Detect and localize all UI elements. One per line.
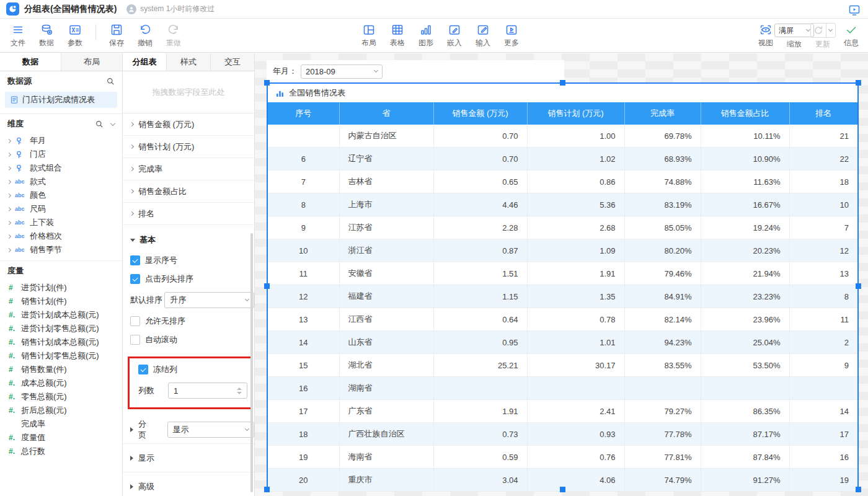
layout-button[interactable]: 布局 xyxy=(355,22,383,46)
expand-chevron-icon[interactable] xyxy=(130,122,134,126)
selection-handle[interactable] xyxy=(264,283,270,289)
tab-interaction[interactable]: 交互 xyxy=(210,53,254,71)
dimension-item[interactable]: abc上下装 xyxy=(0,216,122,229)
month-filter-select[interactable]: 2018-09 xyxy=(301,64,383,79)
selection-handle[interactable] xyxy=(856,283,861,289)
expand-chevron-icon[interactable] xyxy=(7,138,11,143)
file-button[interactable]: 文件 xyxy=(4,22,32,46)
expand-chevron-icon[interactable] xyxy=(7,166,11,170)
search-icon[interactable] xyxy=(95,120,104,128)
field-row[interactable]: 销售金额占比 xyxy=(123,180,254,203)
data-button[interactable]: 数据 xyxy=(32,22,61,46)
table-widget[interactable]: 全国销售情况表 序号省销售金额 (万元)销售计划 (万元)完成率销售金额占比排名… xyxy=(267,82,859,490)
update-dropdown[interactable] xyxy=(826,24,835,37)
tab-grouped-table[interactable]: 分组表 xyxy=(123,53,166,71)
sort-order-select[interactable]: 升序 xyxy=(164,292,254,308)
dimension-item[interactable]: abc尺码 xyxy=(0,202,122,216)
section-显示[interactable]: 显示 xyxy=(123,443,254,472)
params-button[interactable]: 参数 xyxy=(61,22,89,46)
field-dropzone[interactable]: 拖拽数据字段至此处 xyxy=(123,71,254,113)
measure-item[interactable]: #.零售总额(元) xyxy=(0,390,122,404)
column-header-销售金额 (万元)[interactable]: 销售金额 (万元) xyxy=(433,102,527,125)
measure-item[interactable]: #.销售计划零售总额(元) xyxy=(0,349,122,363)
chevron-down-icon[interactable] xyxy=(110,120,115,125)
expand-chevron-icon[interactable] xyxy=(7,152,11,156)
paging-select[interactable]: 显示 xyxy=(167,422,254,438)
panel-scrollbar[interactable] xyxy=(250,233,253,492)
column-header-销售计划 (万元)[interactable]: 销售计划 (万元) xyxy=(527,102,624,125)
measure-item[interactable]: #.折后总额(元) xyxy=(0,404,122,417)
dimension-item[interactable]: 款式组合 xyxy=(0,161,122,175)
column-header-完成率[interactable]: 完成率 xyxy=(624,102,701,125)
dimension-item[interactable]: abc价格档次 xyxy=(0,229,122,243)
more-button[interactable]: 更多 xyxy=(497,22,526,46)
measure-item[interactable]: #.进货计划成本总额(元) xyxy=(0,308,122,322)
table-button[interactable]: 表格 xyxy=(383,22,412,46)
checkbox-unchecked[interactable] xyxy=(130,316,140,326)
measure-item[interactable]: #.度量值 xyxy=(0,431,122,445)
field-row[interactable]: 排名 xyxy=(123,203,254,225)
spinner-up-icon[interactable] xyxy=(237,388,242,390)
selection-handle[interactable] xyxy=(264,80,270,86)
field-row[interactable]: 完成率 xyxy=(123,158,254,180)
expand-chevron-icon[interactable] xyxy=(7,193,11,197)
tab-style[interactable]: 样式 xyxy=(166,53,210,71)
column-header-序号[interactable]: 序号 xyxy=(268,102,339,125)
save-button[interactable]: 保存 xyxy=(102,22,131,46)
dimension-item[interactable]: 门店 xyxy=(0,148,122,161)
expand-chevron-icon[interactable] xyxy=(130,189,134,193)
column-count-spinner[interactable]: 1 xyxy=(168,383,247,399)
selection-handle[interactable] xyxy=(560,80,565,86)
selection-handle[interactable] xyxy=(856,487,861,492)
measure-item[interactable]: #.销售计划成本总额(元) xyxy=(0,335,122,349)
spinner-down-icon[interactable] xyxy=(237,392,242,394)
checkbox-checked[interactable] xyxy=(130,255,140,265)
measure-item[interactable]: #.成本总额(元) xyxy=(0,376,122,390)
selection-handle[interactable] xyxy=(856,80,861,86)
expand-chevron-icon[interactable] xyxy=(7,179,11,184)
section-分页[interactable]: 分页显示 xyxy=(123,415,254,443)
measure-item[interactable]: #.进货计划零售总额(元) xyxy=(0,322,122,335)
tab-layout[interactable]: 布局 xyxy=(61,53,122,71)
measure-item[interactable]: #进货计划(件) xyxy=(0,281,122,294)
section-高级[interactable]: 高级 xyxy=(123,472,254,496)
expand-chevron-icon[interactable] xyxy=(130,144,134,149)
info-button[interactable]: 信息 xyxy=(837,22,866,46)
tab-data[interactable]: 数据 xyxy=(0,53,61,71)
dimension-item[interactable]: 年月 xyxy=(0,134,122,148)
measure-item[interactable]: #销售数量(件) xyxy=(0,363,122,376)
column-header-省[interactable]: 省 xyxy=(339,102,433,125)
expand-chevron-icon[interactable] xyxy=(130,167,134,171)
expand-chevron-icon[interactable] xyxy=(7,206,11,211)
spinner-buttons[interactable] xyxy=(237,388,242,394)
column-header-排名[interactable]: 排名 xyxy=(789,102,857,125)
preview-button[interactable] xyxy=(847,2,862,17)
embed-button[interactable]: 嵌入 xyxy=(440,22,469,46)
field-row[interactable]: 销售金额 (万元) xyxy=(123,113,254,136)
checkbox-checked[interactable] xyxy=(138,365,148,374)
input-button[interactable]: 输入 xyxy=(469,22,497,46)
measure-item[interactable]: 完成率 xyxy=(0,417,122,431)
dimension-item[interactable]: abc款式 xyxy=(0,175,122,188)
zoom-button[interactable]: 满屏缩放 xyxy=(780,22,808,48)
checkbox-unchecked[interactable] xyxy=(130,335,140,345)
expand-chevron-icon[interactable] xyxy=(7,247,11,252)
measure-item[interactable]: #.总行数 xyxy=(0,445,122,458)
selection-handle[interactable] xyxy=(560,487,565,492)
expand-chevron-icon[interactable] xyxy=(7,220,11,224)
expand-chevron-icon[interactable] xyxy=(7,234,11,238)
search-icon[interactable] xyxy=(106,77,115,86)
column-header-销售金额占比[interactable]: 销售金额占比 xyxy=(701,102,789,125)
dimension-item[interactable]: abc销售季节 xyxy=(0,243,122,257)
measure-item[interactable]: #销售计划(件) xyxy=(0,294,122,308)
undo-button[interactable]: 撤销 xyxy=(131,22,159,46)
chart-button[interactable]: 图形 xyxy=(412,22,440,46)
dimension-item[interactable]: abc颜色 xyxy=(0,188,122,202)
expand-chevron-icon[interactable] xyxy=(130,211,134,216)
section-basic-header[interactable]: 基本 xyxy=(123,225,254,251)
field-row[interactable]: 销售计划 (万元) xyxy=(123,136,254,158)
selection-handle[interactable] xyxy=(264,487,270,492)
datasource-item[interactable]: 门店计划完成情况表 xyxy=(5,92,117,108)
checkbox-checked[interactable] xyxy=(130,274,140,284)
update-split-button[interactable] xyxy=(810,23,836,38)
